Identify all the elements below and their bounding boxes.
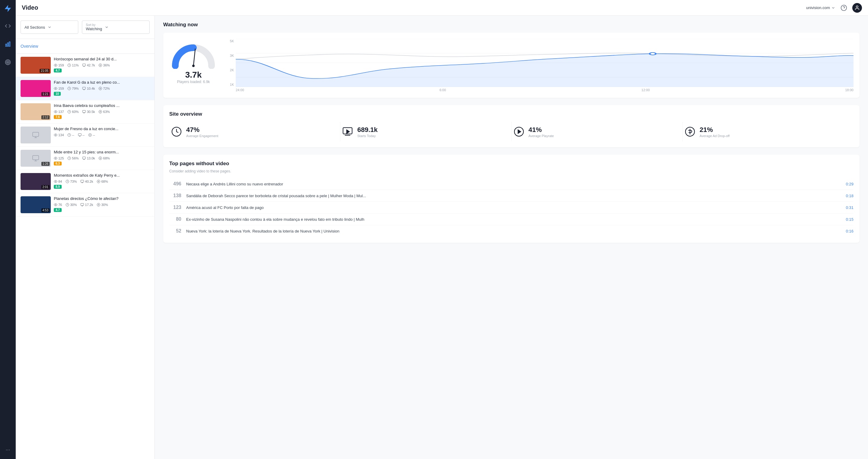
domain-selector[interactable]: univision.com — [806, 5, 835, 10]
video-list: 21:05 Horóscopo semanal del 24 al 30 d..… — [16, 54, 154, 459]
page-time: 0:15 — [846, 217, 854, 222]
page-row[interactable]: 138 Sandália de Deborah Secco parece ter… — [169, 190, 854, 202]
page-row[interactable]: 123 América acusó al FC Porto por falta … — [169, 202, 854, 214]
section-filter[interactable]: All Sections — [21, 21, 78, 34]
page-row[interactable]: 52 Nueva York: la lotería de Nueva York.… — [169, 225, 854, 237]
svg-rect-1 — [6, 44, 7, 46]
metric-item: 47% Average Engagement — [169, 122, 340, 141]
starts-stat: 30.5k — [82, 110, 95, 113]
svg-point-6 — [7, 62, 8, 63]
video-item[interactable]: 1:26 Mide entre 12 y 15 pies: una enorm.… — [16, 147, 154, 170]
svg-marker-71 — [347, 130, 349, 133]
engagement-stat: 60% — [67, 110, 79, 113]
metric-item: 689.1k Starts Today — [340, 122, 512, 141]
play-icon — [98, 110, 102, 113]
svg-point-37 — [89, 133, 92, 136]
video-info: Horóscopo semanal del 24 al 30 d... 159 … — [51, 57, 150, 72]
metric-item: 21% Average Ad Drop-off — [683, 122, 854, 141]
svg-marker-60 — [98, 204, 99, 205]
chevron-down-icon — [831, 6, 835, 10]
eye-icon — [54, 156, 57, 160]
top-pages-title: Top pages without video — [169, 161, 854, 167]
more-icon[interactable]: ··· — [5, 447, 10, 453]
svg-rect-26 — [83, 110, 86, 112]
overview-link[interactable]: Overview — [21, 44, 38, 48]
watching-stat: 125 — [54, 156, 64, 160]
watching-now-title: Watching now — [163, 22, 860, 28]
video-item[interactable]: 2:12 Irina Baeva celebra su cumpleaños .… — [16, 100, 154, 124]
play-icon — [98, 156, 102, 160]
eye-icon — [54, 110, 57, 113]
header: Video univision.com — [16, 0, 868, 16]
video-thumbnail: 2:01 — [21, 173, 51, 190]
watching-stat: 137 — [54, 110, 64, 113]
video-title: Fan de Karol G da a luz en pleno co... — [54, 80, 150, 85]
video-stats: 125 56% 13.0k 68% — [54, 156, 150, 160]
starts-stat: 17.2k — [81, 203, 93, 206]
svg-point-68 — [650, 53, 655, 55]
video-item[interactable]: 1:21 Fan de Karol G da a luz en pleno co… — [16, 77, 154, 100]
watching-stat: 159 — [54, 87, 64, 90]
engagement-stat: 11% — [67, 63, 79, 67]
eye-icon — [54, 133, 57, 137]
starts-icon — [82, 63, 86, 67]
target-icon[interactable] — [2, 57, 13, 68]
video-info: Momentos extraños de Katy Perry e... 84 … — [51, 173, 150, 189]
code-icon[interactable] — [2, 21, 13, 31]
playrate-stat: 72% — [98, 87, 110, 90]
gauge-sub: Players loaded: 6.9k — [177, 80, 210, 84]
gauge-value: 3.7k — [185, 70, 202, 80]
page-row[interactable]: 496 Necaxa elige a Andrés Lillini como s… — [169, 178, 854, 190]
metric-value: 41% — [529, 126, 554, 134]
engagement-stat: -- — [67, 133, 74, 137]
svg-point-29 — [99, 110, 102, 113]
line-chart-svg — [236, 39, 854, 87]
page-time: 0:29 — [846, 182, 854, 186]
page-title-text: Nueva York: la lotería de Nueva York. Re… — [186, 229, 841, 233]
starts-icon — [81, 180, 84, 183]
video-title: Mujer de Fresno da a luz en concie... — [54, 127, 150, 132]
page-title: Video — [22, 4, 38, 11]
engagement-stat: 30% — [66, 203, 77, 206]
playrate-stat: 68% — [98, 156, 110, 160]
svg-marker-38 — [90, 134, 91, 136]
video-stats: 137 60% 30.5k 63% — [54, 110, 150, 113]
video-info: Mujer de Fresno da a luz en concie... 13… — [51, 127, 150, 137]
section-chevron-icon — [48, 25, 52, 29]
svg-point-47 — [55, 181, 56, 182]
sort-filter[interactable]: Sort by Watching — [82, 21, 150, 34]
watching-stat: 159 — [54, 63, 64, 67]
metrics-row: 47% Average Engagement 689.1k Starts Tod… — [169, 122, 854, 141]
user-avatar[interactable] — [852, 3, 862, 13]
section-label: All Sections — [25, 25, 45, 30]
page-row[interactable]: 80 Ex-vizinho de Susana Naspolini não co… — [169, 214, 854, 225]
playrate-stat: 30% — [97, 203, 108, 206]
playrate-stat: -- — [88, 133, 95, 137]
starts-icon — [82, 156, 86, 160]
engagement-stat: 73% — [66, 180, 77, 183]
bar-chart-icon[interactable] — [2, 39, 13, 50]
video-stats: 134 -- -- -- — [54, 133, 150, 137]
svg-point-24 — [55, 111, 56, 112]
metric-label: Average Ad Drop-off — [700, 134, 730, 138]
logo-icon[interactable] — [3, 4, 13, 13]
play-icon — [98, 63, 102, 67]
video-item[interactable]: 4:53 Planetas directos ¿Cómo te afectan?… — [16, 193, 154, 217]
eye-icon — [54, 63, 57, 67]
video-item[interactable]: Mujer de Fresno da a luz en concie... 13… — [16, 124, 154, 147]
watching-stat: 134 — [54, 133, 64, 137]
left-panel: All Sections Sort by Watching Overview — [16, 16, 155, 459]
watching-now-card: 3.7k Players loaded: 6.9k 5K 3K 2K — [163, 33, 860, 98]
clock-icon — [170, 126, 183, 138]
svg-point-17 — [55, 88, 56, 89]
svg-point-15 — [99, 64, 102, 67]
gauge-container: 3.7k Players loaded: 6.9k — [169, 39, 218, 92]
page-title-text: Ex-vizinho de Susana Naspolini não conto… — [186, 217, 841, 222]
video-item[interactable]: 2:01 Momentos extraños de Katy Perry e..… — [16, 170, 154, 193]
page-title-text: Necaxa elige a Andrés Lillini como su nu… — [186, 182, 841, 186]
engagement-stat: 79% — [67, 87, 79, 90]
svg-rect-56 — [81, 203, 84, 205]
help-icon[interactable] — [839, 3, 849, 13]
video-item[interactable]: 21:05 Horóscopo semanal del 24 al 30 d..… — [16, 54, 154, 77]
metric-value: 47% — [186, 126, 218, 134]
